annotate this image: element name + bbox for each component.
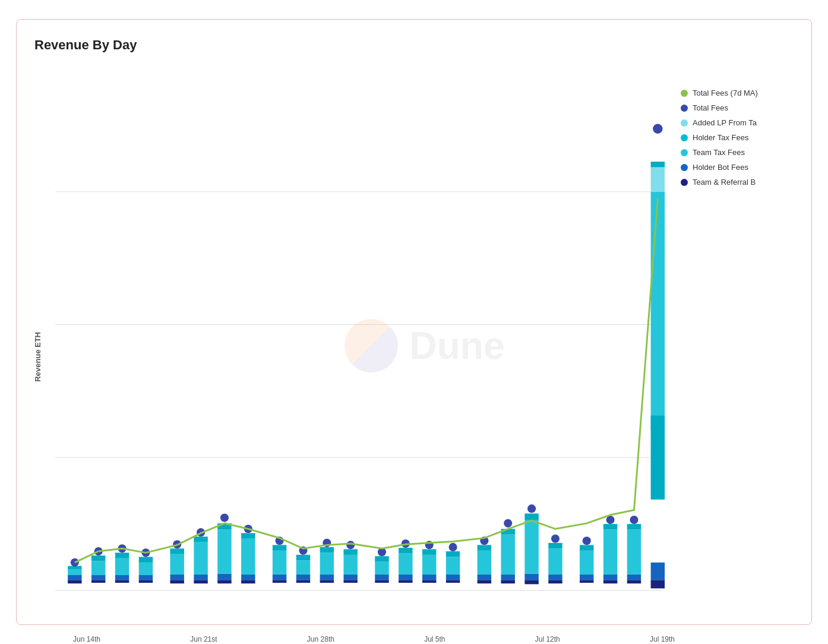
legend-item-total: Total Fees bbox=[681, 103, 799, 112]
svg-rect-30 bbox=[170, 554, 184, 574]
svg-rect-86 bbox=[446, 551, 460, 557]
svg-rect-55 bbox=[296, 560, 310, 574]
legend-dot-teamtax bbox=[681, 149, 688, 156]
svg-rect-119 bbox=[627, 574, 641, 580]
svg-rect-38 bbox=[217, 580, 231, 583]
legend-dot-teamref bbox=[681, 179, 688, 186]
svg-rect-26 bbox=[139, 557, 153, 562]
svg-rect-89 bbox=[478, 574, 491, 580]
svg-rect-21 bbox=[115, 553, 129, 558]
svg-rect-60 bbox=[320, 553, 334, 574]
legend: Total Fees (7d MA) Total Fees Added LP F… bbox=[681, 89, 799, 192]
svg-rect-100 bbox=[524, 520, 538, 574]
x-label-2: Jun 21st bbox=[190, 635, 217, 643]
svg-rect-104 bbox=[548, 574, 562, 580]
svg-rect-9 bbox=[68, 575, 81, 580]
x-labels: Jun 14th Jun 21st Jun 28th Jul 5th Jul 1… bbox=[73, 633, 675, 643]
svg-rect-78 bbox=[422, 580, 436, 583]
svg-rect-71 bbox=[375, 556, 388, 561]
x-label-6: Jul 19th bbox=[650, 635, 675, 643]
x-label-5: Jul 12th bbox=[535, 635, 560, 643]
svg-rect-124 bbox=[651, 563, 665, 580]
legend-item-addedlp: Added LP From Ta bbox=[681, 118, 799, 127]
svg-rect-24 bbox=[139, 575, 153, 580]
svg-point-67 bbox=[346, 541, 355, 549]
svg-rect-58 bbox=[320, 580, 334, 583]
svg-rect-66 bbox=[343, 549, 357, 554]
svg-rect-123 bbox=[651, 580, 665, 588]
svg-rect-25 bbox=[139, 563, 153, 575]
svg-rect-83 bbox=[446, 580, 460, 583]
svg-rect-93 bbox=[501, 580, 514, 583]
svg-rect-43 bbox=[241, 580, 255, 583]
legend-dot-ma bbox=[681, 90, 688, 97]
svg-rect-126 bbox=[651, 168, 665, 192]
svg-point-112 bbox=[583, 536, 591, 545]
svg-rect-28 bbox=[170, 580, 184, 583]
chart-container: Revenue By Day Revenue ETH Dune 0 bbox=[16, 19, 812, 625]
svg-rect-113 bbox=[603, 580, 617, 583]
svg-rect-50 bbox=[273, 551, 286, 574]
legend-label-total: Total Fees bbox=[693, 103, 728, 112]
svg-rect-68 bbox=[375, 580, 388, 583]
svg-rect-15 bbox=[91, 561, 105, 575]
svg-rect-23 bbox=[139, 580, 153, 583]
y-axis-label: Revenue ETH bbox=[29, 59, 46, 644]
svg-rect-70 bbox=[375, 562, 388, 574]
legend-label-holderbot: Holder Bot Fees bbox=[693, 163, 748, 172]
x-label-4: Jul 5th bbox=[424, 635, 445, 643]
svg-rect-63 bbox=[343, 580, 357, 583]
svg-rect-65 bbox=[343, 555, 357, 574]
svg-rect-56 bbox=[296, 555, 310, 560]
legend-label-teamref: Team & Referral B bbox=[693, 178, 756, 187]
svg-rect-35 bbox=[194, 542, 207, 574]
svg-rect-85 bbox=[446, 557, 460, 574]
svg-point-97 bbox=[504, 519, 512, 528]
svg-rect-105 bbox=[548, 548, 562, 574]
legend-item-teamref: Team & Referral B bbox=[681, 178, 799, 187]
svg-rect-79 bbox=[422, 574, 436, 580]
svg-rect-108 bbox=[580, 580, 593, 583]
svg-rect-40 bbox=[217, 529, 231, 573]
svg-rect-118 bbox=[627, 580, 641, 583]
svg-rect-16 bbox=[91, 555, 105, 561]
svg-rect-109 bbox=[580, 574, 593, 580]
svg-rect-129 bbox=[651, 416, 665, 500]
svg-rect-36 bbox=[194, 536, 207, 542]
svg-rect-74 bbox=[399, 574, 412, 580]
svg-rect-98 bbox=[524, 580, 538, 584]
svg-rect-34 bbox=[194, 574, 207, 580]
svg-rect-39 bbox=[217, 574, 231, 580]
svg-point-42 bbox=[220, 513, 229, 522]
svg-rect-44 bbox=[241, 574, 255, 580]
svg-rect-88 bbox=[478, 580, 491, 583]
legend-item-holdertax: Holder Tax Fees bbox=[681, 133, 799, 142]
svg-rect-81 bbox=[422, 549, 436, 554]
svg-rect-19 bbox=[115, 575, 129, 580]
svg-point-107 bbox=[551, 535, 560, 543]
svg-rect-31 bbox=[170, 548, 184, 554]
svg-rect-99 bbox=[524, 574, 538, 580]
svg-rect-76 bbox=[399, 548, 412, 553]
svg-rect-127 bbox=[651, 162, 665, 167]
svg-point-122 bbox=[630, 516, 638, 524]
svg-rect-29 bbox=[170, 574, 184, 580]
svg-rect-73 bbox=[399, 580, 412, 583]
svg-rect-33 bbox=[194, 580, 207, 583]
svg-rect-13 bbox=[91, 580, 105, 583]
legend-item-ma: Total Fees (7d MA) bbox=[681, 89, 799, 97]
svg-rect-120 bbox=[627, 529, 641, 574]
svg-rect-20 bbox=[115, 558, 129, 575]
svg-rect-69 bbox=[375, 574, 388, 580]
svg-rect-103 bbox=[548, 580, 562, 583]
svg-rect-51 bbox=[273, 545, 286, 550]
svg-rect-101 bbox=[524, 513, 538, 520]
svg-rect-116 bbox=[603, 524, 617, 529]
legend-dot-addedlp bbox=[681, 119, 688, 127]
svg-rect-106 bbox=[548, 543, 562, 548]
legend-dot-holderbot bbox=[681, 164, 688, 171]
chart-title: Revenue By Day bbox=[34, 37, 799, 53]
x-label-3: Jun 28th bbox=[307, 635, 334, 643]
svg-point-128 bbox=[653, 124, 662, 134]
legend-dot-holdertax bbox=[681, 134, 688, 141]
